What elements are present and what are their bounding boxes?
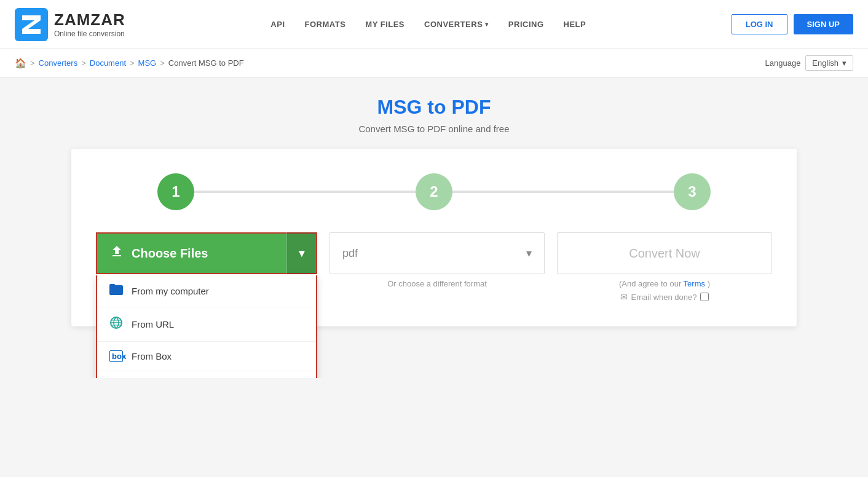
breadcrumb: 🏠 > Converters > Document > MSG > Conver… xyxy=(15,58,244,69)
logo-title: ZAMZAR xyxy=(54,10,125,30)
choose-files-dropdown-arrow[interactable]: ▾ xyxy=(286,232,316,274)
main-nav: API FORMATS MY FILES CONVERTERS ▾ PRICIN… xyxy=(270,20,586,29)
format-current: pdf xyxy=(342,247,358,260)
convert-section: Convert Now (And agree to our Terms ) ✉ … xyxy=(557,232,772,302)
computer-label: From my computer xyxy=(132,286,209,296)
page-heading: MSG to PDF Convert MSG to PDF online and… xyxy=(15,96,853,134)
format-section: pdf ▾ Or choose a different format xyxy=(329,232,545,288)
page-subtitle: Convert MSG to PDF online and free xyxy=(15,124,853,134)
email-label: Email when done? xyxy=(631,293,697,302)
breadcrumb-msg[interactable]: MSG xyxy=(138,58,157,68)
folder-icon xyxy=(109,284,123,298)
url-label: From URL xyxy=(132,319,174,329)
dropdown-item-computer[interactable]: From my computer xyxy=(97,275,316,307)
choose-files-label: Choose Files xyxy=(132,246,208,261)
step-2: 2 xyxy=(416,173,452,210)
converters-dropdown-arrow: ▾ xyxy=(485,21,489,28)
format-arrow: ▾ xyxy=(526,246,532,260)
nav-my-files[interactable]: MY FILES xyxy=(365,20,404,29)
dropdown-item-dropbox[interactable]: From Dropbox xyxy=(97,371,316,378)
convert-now-button[interactable]: Convert Now xyxy=(557,232,772,274)
nav-converters[interactable]: CONVERTERS ▾ xyxy=(424,20,489,29)
nav-converters-label: CONVERTERS xyxy=(424,20,483,29)
language-arrow: ▾ xyxy=(842,58,846,68)
breadcrumb-document[interactable]: Document xyxy=(90,58,126,68)
files-dropdown: From my computer From URL xyxy=(96,275,317,378)
logo-link[interactable]: ZAMZAR Online file conversion xyxy=(15,8,125,41)
envelope-icon: ✉ xyxy=(620,292,628,302)
steps-row: 1 2 3 xyxy=(96,173,772,210)
step-3: 3 xyxy=(674,173,711,210)
logo-text: ZAMZAR Online file conversion xyxy=(54,10,125,38)
box-label: From Box xyxy=(132,351,172,361)
language-label: Language xyxy=(765,58,801,68)
site-header: ZAMZAR Online file conversion API FORMAT… xyxy=(0,0,868,49)
nav-formats[interactable]: FORMATS xyxy=(305,20,346,29)
format-hint: Or choose a different format xyxy=(329,279,545,288)
breadcrumb-current: Convert MSG to PDF xyxy=(168,58,244,68)
nav-help[interactable]: HELP xyxy=(564,20,586,29)
breadcrumb-home[interactable]: 🏠 xyxy=(15,58,26,69)
language-selector: Language English ▾ xyxy=(765,55,853,71)
choose-files-button[interactable]: Choose Files ▾ xyxy=(96,232,317,274)
upload-icon xyxy=(109,244,124,262)
language-dropdown[interactable]: English ▾ xyxy=(805,55,853,71)
logo-subtitle: Online file conversion xyxy=(54,30,125,38)
dropdown-item-box[interactable]: box From Box xyxy=(97,342,316,371)
terms-link[interactable]: Terms xyxy=(684,279,705,288)
logo-icon xyxy=(15,8,48,41)
converter-card: 1 2 3 xyxy=(71,149,797,326)
nav-pricing[interactable]: PRICING xyxy=(508,20,544,29)
email-checkbox[interactable] xyxy=(700,293,709,301)
email-row: ✉ Email when done? xyxy=(557,292,772,302)
breadcrumb-bar: 🏠 > Converters > Document > MSG > Conver… xyxy=(0,49,868,77)
login-button[interactable]: LOG IN xyxy=(732,14,787,34)
language-current: English xyxy=(812,58,838,68)
format-dropdown[interactable]: pdf ▾ xyxy=(329,232,545,274)
box-icon: box xyxy=(109,350,123,362)
step-1: 1 xyxy=(157,173,194,210)
dropdown-item-url[interactable]: From URL xyxy=(97,307,316,342)
action-row: Choose Files ▾ From my computer xyxy=(96,232,772,302)
page-title: MSG to PDF xyxy=(15,96,853,119)
step-line-2 xyxy=(452,191,674,193)
choose-files-wrapper: Choose Files ▾ From my computer xyxy=(96,232,317,274)
nav-api[interactable]: API xyxy=(270,20,285,29)
breadcrumb-converters[interactable]: Converters xyxy=(39,58,78,68)
main-content: MSG to PDF Convert MSG to PDF online and… xyxy=(0,77,868,378)
step-line-1 xyxy=(194,191,416,193)
url-icon xyxy=(109,316,123,333)
signup-button[interactable]: SIGN UP xyxy=(794,14,853,34)
auth-buttons: LOG IN SIGN UP xyxy=(732,14,853,34)
convert-terms: (And agree to our Terms ) xyxy=(557,279,772,288)
